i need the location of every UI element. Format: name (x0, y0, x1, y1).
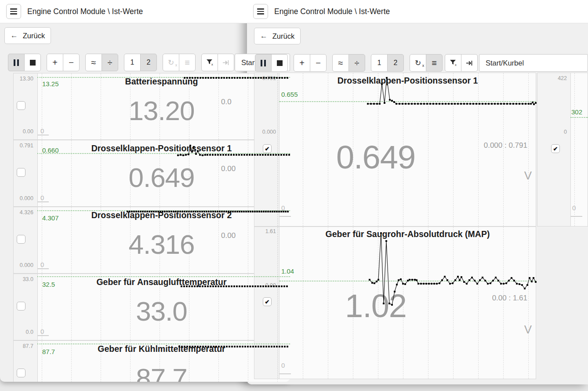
chart-saugrohr-map-unit: V (279, 323, 532, 336)
chart-drosselklappen-1-axis-min: 0.000 (254, 129, 276, 135)
chart-partial-right-origin-label: 0 (572, 204, 576, 212)
chart-drosselklappen-1-checkbox[interactable]: ✔ (263, 144, 272, 153)
chart-drosselklappen-1-range: 0.000 : 0.791 (279, 141, 527, 150)
back-button-label: Zurück (272, 32, 294, 40)
chart-drosselklappen-2-axis-tick (37, 268, 49, 269)
layout-2-icon: 2 (147, 58, 151, 66)
stop-icon (277, 60, 283, 66)
chart-drosselklappen-1-checkbox[interactable] (17, 168, 25, 177)
window-header: Engine Control Module \ Ist-Werte (0, 0, 290, 23)
pause-icon (14, 59, 19, 66)
clear-filter-button[interactable]: x (445, 54, 461, 72)
chart-ansauglufttemperatur-axis-min: 0.0 (13, 329, 33, 335)
layout-1-button[interactable]: 1 (124, 54, 141, 71)
split-mode-icon: ÷ (108, 58, 113, 68)
stop-icon (30, 60, 36, 66)
layout-1-icon: 1 (377, 59, 381, 67)
filter-x-icon: x (450, 59, 457, 66)
layout-2-button[interactable]: 2 (140, 54, 157, 71)
chart-drosselklappen-1-origin-label: 0 (281, 204, 285, 212)
window-title: Engine Control Module \ Ist-Werte (27, 0, 143, 23)
chart-batteriespannung-checkbox[interactable] (17, 101, 25, 110)
curve-mode-icon: ≈ (91, 58, 96, 68)
chart-batteriespannung-axis-tick (37, 135, 49, 135)
reset-zoom-button[interactable]: ↻x (163, 54, 179, 71)
split-mode-icon: ÷ (355, 58, 359, 68)
list-view-button[interactable]: ≡ (179, 54, 196, 71)
chart-partial-right-axis-max: 422 (537, 75, 567, 81)
chart-ansauglufttemperatur-title: Geber für Ansauglufttemperatur (37, 277, 286, 287)
chart-saugrohr-map-axis-max: 1.61 (254, 228, 276, 234)
menu-button[interactable] (253, 4, 268, 19)
chart-drosselklappen-2-checkbox[interactable] (17, 235, 25, 244)
pause-button[interactable] (8, 54, 25, 71)
hamburger-icon (10, 8, 17, 14)
chart-kuehlmitteltemperatur-axis-max: 87.7 (13, 343, 33, 349)
stop-button[interactable] (271, 54, 288, 72)
chart-ansauglufttemperatur-checkbox[interactable] (17, 302, 25, 311)
gridline (528, 227, 529, 379)
chart-drosselklappen-1-axis-tick (279, 216, 291, 217)
refresh-x-icon: ↻x (415, 59, 421, 67)
curve-mode-button[interactable]: ≈ (332, 54, 349, 72)
jump-latest-button[interactable] (218, 54, 234, 71)
chart-batteriespannung-axis-max: 13.30 (13, 76, 33, 82)
chart-saugrohr-map-checkbox[interactable]: ✔ (263, 297, 272, 306)
back-button[interactable]: ← Zurück (4, 27, 51, 44)
curve-mode-button[interactable]: ≈ (85, 54, 102, 71)
pause-icon (261, 60, 266, 66)
chart-drosselklappen-2-origin-label: 0 (40, 261, 44, 268)
zoom-in-icon: + (52, 58, 58, 68)
chart-partial-right-axis-min: 0 (537, 129, 567, 135)
gridline (278, 227, 278, 379)
back-button[interactable]: ← Zurück (254, 28, 301, 44)
pause-button[interactable] (255, 54, 272, 72)
window-title: Engine Control Module \ Ist-Werte (274, 0, 390, 23)
split-mode-button[interactable]: ÷ (348, 54, 365, 72)
window-header: Engine Control Module \ Ist-Werte (247, 0, 588, 23)
layout-2-button[interactable]: 2 (387, 54, 404, 72)
zoom-out-icon: − (316, 58, 321, 68)
menu-button[interactable] (6, 4, 21, 19)
curve-mode-icon: ≈ (338, 58, 343, 68)
back-arrow-icon: ← (260, 32, 268, 40)
chart-kuehlmitteltemperatur-checkbox[interactable] (17, 369, 25, 377)
zoom-in-button[interactable]: + (294, 54, 310, 72)
chart-drosselklappen-1-origin-label: 0 (40, 194, 44, 201)
chart-drosselklappen-2-title: Drosselklappen-Positionssensor 2 (37, 210, 286, 220)
jump-latest-button[interactable] (461, 54, 478, 72)
gridline (574, 73, 575, 226)
reset-zoom-button[interactable]: ↻x (410, 54, 426, 72)
layout-1-icon: 1 (131, 58, 134, 66)
refresh-x-icon: ↻x (168, 59, 174, 66)
stop-button[interactable] (24, 54, 41, 71)
layout-1-button[interactable]: 1 (371, 54, 388, 72)
chart-saugrohr-map-axis-tick (279, 373, 291, 374)
chart-partial-right-threshold-label: 302 (571, 108, 582, 116)
chart-drosselklappen-1-value: 0.649 (37, 160, 286, 196)
layout-2-icon: 2 (394, 59, 398, 67)
chart-drosselklappen-2-axis-max: 4.326 (13, 209, 33, 216)
window-foreground: Engine Control Module \ Ist-Werte ← Zurü… (247, 0, 588, 384)
gridline (503, 227, 504, 379)
chart-drosselklappen-1-title: Drosselklappen-Positionssensor 1 (279, 76, 536, 86)
chart-drosselklappen-1-axis-tick (37, 201, 49, 202)
filter-x-icon: x (206, 59, 214, 66)
back-arrow-icon: ← (11, 31, 18, 40)
chart-partial-right-checkbox[interactable]: ✔ (551, 144, 560, 153)
chart-saugrohr-map-title: Geber für Saugrohr-Absolutdruck (MAP) (279, 229, 536, 239)
chart-batteriespannung-range: 0.0 (221, 98, 232, 106)
clear-filter-button[interactable]: x (201, 54, 218, 71)
chart-batteriespannung-title: Batteriespannung (37, 77, 286, 87)
chart-batteriespannung-axis-min: 0.00 (13, 128, 33, 135)
split-mode-button[interactable]: ÷ (102, 54, 118, 71)
chart-ansauglufttemperatur-axis-tick (37, 335, 49, 336)
chart-saugrohr-map-value: 1.02 (279, 285, 472, 327)
chart-drosselklappen-1-threshold-line (279, 101, 536, 102)
filter-field[interactable]: Start/Kurbel (479, 54, 588, 72)
zoom-in-button[interactable]: + (47, 54, 63, 71)
zoom-out-button[interactable]: − (310, 54, 327, 72)
svg-text:x: x (455, 63, 457, 66)
list-view-button[interactable]: ≡ (426, 54, 443, 72)
zoom-out-button[interactable]: − (63, 54, 80, 71)
